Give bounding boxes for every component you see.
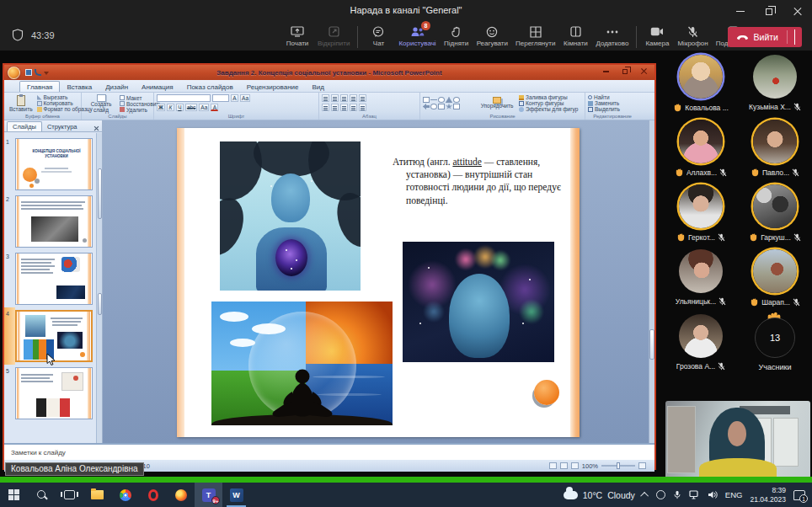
tray-expand-icon[interactable] <box>640 492 649 500</box>
teams-taskbar-button[interactable]: T 9+ <box>195 483 222 507</box>
leave-options-button[interactable] <box>788 29 802 45</box>
slide-image-cosmic-woman[interactable] <box>220 141 361 291</box>
indent-increase-button[interactable] <box>350 94 357 102</box>
shape-effects-button[interactable]: Эффекты для фигур <box>519 106 578 112</box>
align-left-button[interactable] <box>322 104 329 111</box>
toolbar-view[interactable]: Переглянути <box>516 24 555 47</box>
close-button[interactable] <box>783 0 812 23</box>
toolbar-more[interactable]: Додатково <box>596 24 628 47</box>
participant-tile[interactable]: Кузьміна Х... <box>738 52 812 117</box>
paste-button[interactable]: Вставить <box>7 95 35 112</box>
minimize-button[interactable] <box>726 0 755 23</box>
tab-insert[interactable]: Вставка <box>60 82 99 92</box>
file-explorer-button[interactable] <box>83 483 111 507</box>
toolbar-start-presenting[interactable]: Почати <box>285 24 310 47</box>
square-shape-icon[interactable] <box>438 104 445 109</box>
participant-tile[interactable]: Гаркуш... <box>738 182 812 247</box>
opera-button[interactable] <box>139 483 167 507</box>
weather-widget[interactable]: 10°C Cloudy <box>564 490 635 500</box>
ppt-restore-button[interactable] <box>618 67 632 77</box>
font-color-button[interactable]: А <box>211 104 218 111</box>
task-view-button[interactable] <box>56 483 83 507</box>
toolbar-rooms[interactable]: Кімнати <box>563 24 588 47</box>
arrow-shape-icon[interactable] <box>423 104 430 109</box>
tab-design[interactable]: Дизайн <box>99 82 135 92</box>
align-center-button[interactable] <box>331 104 339 111</box>
slide-image-meditation[interactable] <box>211 302 393 425</box>
participant-tile[interactable]: Аллахв... <box>664 117 738 182</box>
bold-button[interactable]: Ж <box>157 104 165 111</box>
oval-shape-icon[interactable] <box>453 97 460 103</box>
panel-scrollbar[interactable] <box>96 133 102 443</box>
firefox-button[interactable] <box>167 483 195 507</box>
tab-view[interactable]: Вид <box>306 82 331 92</box>
toolbar-camera[interactable]: Камера <box>644 24 670 47</box>
shapes-gallery[interactable] <box>423 97 475 109</box>
slide-canvas[interactable]: Атитюд (англ. attitude — ставлення, уста… <box>177 128 580 437</box>
toolbar-participants[interactable]: 8 Користувачі <box>398 24 435 47</box>
language-indicator[interactable]: ENG <box>725 490 743 499</box>
slide-thumbnail-5[interactable]: 5 <box>15 367 93 419</box>
sorter-view-button[interactable] <box>560 462 568 469</box>
participant-tile[interactable]: Ковальова ... <box>664 52 738 117</box>
justify-button[interactable] <box>350 104 357 111</box>
slide-thumbnail-2[interactable]: 2 <box>15 195 93 248</box>
shape-outline-button[interactable]: Контур фигуры <box>519 100 578 106</box>
word-taskbar-button[interactable]: W <box>222 483 250 507</box>
italic-button[interactable]: К <box>167 104 174 111</box>
slide-scrollbar-thumb[interactable] <box>649 329 654 360</box>
taskbar-search-button[interactable] <box>28 483 56 507</box>
participant-tile[interactable]: Павло... <box>738 117 812 182</box>
indent-decrease-button[interactable] <box>340 94 348 102</box>
circle-shape-icon[interactable] <box>430 104 437 109</box>
line-shape-icon[interactable] <box>430 99 437 100</box>
tray-mic-icon[interactable] <box>673 489 681 500</box>
tab-animation[interactable]: Анимация <box>135 82 180 92</box>
slide-scrollbar[interactable] <box>649 120 654 443</box>
grow-font-button[interactable]: А <box>231 94 238 102</box>
volume-icon[interactable] <box>708 490 718 499</box>
toolbar-raise-hand[interactable]: Підняти <box>444 24 469 47</box>
font-name-select[interactable] <box>157 94 211 102</box>
slideshow-view-button[interactable] <box>571 462 579 469</box>
rectangle-shape-icon[interactable] <box>423 97 430 103</box>
panel-close-icon[interactable] <box>93 125 99 131</box>
attitude-link[interactable]: attitude <box>452 157 482 167</box>
numbering-button[interactable] <box>331 94 339 102</box>
bullets-button[interactable] <box>322 94 329 102</box>
leave-button[interactable]: Вийти <box>728 27 802 47</box>
panel-tab-slides[interactable]: Слайды <box>7 121 42 131</box>
arrange-button[interactable]: Упорядочить <box>477 97 517 109</box>
toolbar-chat[interactable]: Чат <box>366 24 391 47</box>
strikethrough-button[interactable]: abc <box>185 104 197 111</box>
network-icon[interactable] <box>689 490 700 499</box>
shape-fill-button[interactable]: Заливка фигуры <box>519 94 578 100</box>
tab-slideshow[interactable]: Показ слайдов <box>180 82 240 92</box>
select-button[interactable]: Выделить <box>588 106 637 112</box>
tray-app-icon[interactable] <box>656 490 665 499</box>
participant-tile[interactable]: Геркот... <box>664 182 738 247</box>
slide-thumbnail-1[interactable]: 1 КОНЦЕПЦІЯ СОЦІАЛЬНОЇ УСТАНОВКИ <box>15 138 93 190</box>
slide-orange-circle[interactable] <box>534 380 559 405</box>
participants-overflow-tile[interactable]: 13 Учасники <box>738 312 812 376</box>
normal-view-button[interactable] <box>549 462 557 469</box>
panel-scrollbar-thumb[interactable] <box>98 168 102 219</box>
participant-tile[interactable]: Грозова А... <box>664 312 738 376</box>
restore-button[interactable] <box>755 0 783 23</box>
toolbar-react[interactable]: Реагувати <box>477 24 508 47</box>
underline-button[interactable]: Ч <box>176 104 184 111</box>
powerpoint-window[interactable]: Завдання 2. Концепція соціальної установ… <box>3 63 656 470</box>
triangle-shape-icon[interactable] <box>446 97 452 103</box>
participant-tile[interactable]: Шарап... <box>738 247 812 312</box>
notes-pane[interactable]: Заметки к слайду <box>4 443 654 460</box>
participant-tile[interactable]: Ульяницьк... <box>664 247 738 312</box>
panel-scrollbar-thumb2[interactable] <box>98 293 102 315</box>
replace-button[interactable]: Заменить <box>588 100 637 106</box>
columns-button[interactable] <box>359 104 366 111</box>
new-slide-button[interactable]: Создать слайд <box>84 94 118 114</box>
align-right-button[interactable] <box>340 104 348 111</box>
fit-to-window-button[interactable] <box>638 462 646 469</box>
slide-thumbnail-3[interactable]: 3 <box>15 253 93 305</box>
ellipse-shape-icon[interactable] <box>438 97 445 103</box>
action-center-button[interactable]: 1 <box>793 490 805 500</box>
